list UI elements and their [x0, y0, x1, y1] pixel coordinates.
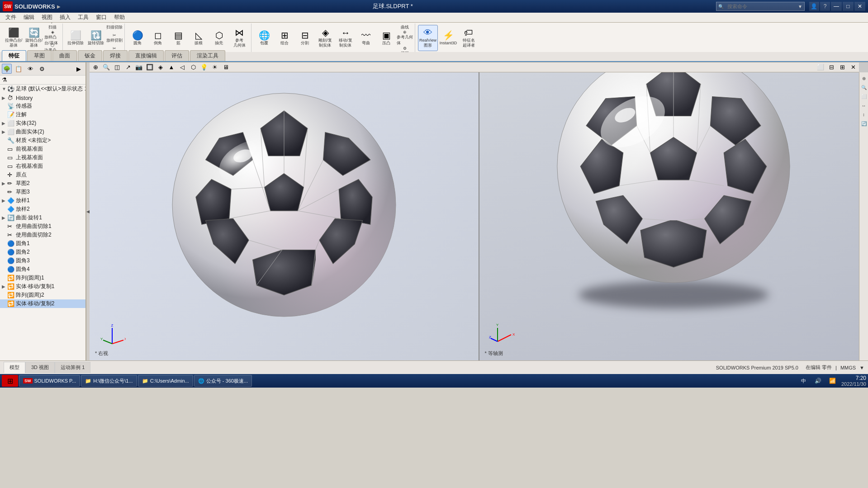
vp-split-v[interactable]: ⊞ [837, 62, 847, 72]
vp-tool-9[interactable]: ◁ [177, 62, 187, 72]
vp-tool-12[interactable]: ☀ [210, 62, 220, 72]
tree-annotation[interactable]: 📝 注解 [0, 110, 85, 119]
vp-tool-6[interactable]: 🔲 [145, 62, 155, 72]
menu-window[interactable]: 窗口 [92, 13, 110, 22]
tab-surface[interactable]: 曲面 [52, 50, 77, 61]
vp-tool-11[interactable]: 💡 [199, 62, 209, 72]
vp-close[interactable]: ✕ [848, 62, 858, 72]
status-tab-3d[interactable]: 3D 视图 [25, 362, 55, 373]
vp-tool-1[interactable]: ⊕ [90, 62, 100, 72]
tool-feature-name[interactable]: 🏷 特征名超译者 [459, 25, 479, 51]
tool-chamfer[interactable]: ◻ 倒角 [148, 25, 168, 51]
vp-tool-5[interactable]: 📷 [134, 62, 144, 72]
vp-tool-13[interactable]: 🖥 [221, 62, 231, 72]
close-btn[interactable]: ✕ [854, 2, 865, 11]
user-icon-btn[interactable]: 👤 [809, 2, 819, 11]
tool-fastener[interactable]: ⚙ 紧固 [397, 45, 413, 52]
tool-curve[interactable]: 〰 弯曲 [356, 25, 376, 51]
taskbar-folder1-btn[interactable]: 📁 H:\微信公众号\1... [81, 375, 137, 387]
tab-sheetmetal[interactable]: 钣金 [78, 50, 102, 61]
tool-shell[interactable]: ⬡ 抽壳 [209, 25, 229, 51]
start-button[interactable]: ⊞ [2, 375, 18, 387]
tree-fillet4[interactable]: 🔵 圆角4 [0, 265, 85, 274]
menu-edit[interactable]: 编辑 [20, 13, 38, 22]
tree-move-copy1[interactable]: ▶ 🔁 实体·移动/复制1 [0, 282, 85, 291]
taskbar-browser-btn[interactable]: 🌐 公众号 - 360极速... [194, 375, 252, 387]
vp-tool-7[interactable]: ◈ [156, 62, 166, 72]
tree-move-copy2[interactable]: 🔁 实体·移动/复制2 [0, 299, 85, 308]
tree-circular-pattern1[interactable]: 🔁 阵列(圆周)1 [0, 274, 85, 282]
rt-btn-1[interactable]: ⊕ [860, 74, 868, 82]
tab-sketch[interactable]: 草图 [27, 50, 52, 61]
maximize-btn[interactable]: □ [843, 2, 854, 11]
tool-revolve[interactable]: 🔄 旋转凸台/基体 [24, 25, 44, 51]
viewport-right[interactable]: X Y Z * 等轴测 [479, 72, 868, 360]
panel-config-btn[interactable]: ⚙ [37, 64, 47, 74]
taskbar-folder2-btn[interactable]: 📁 C:\Users\Admin... [138, 375, 193, 387]
vp-tool-2[interactable]: 🔍 [101, 62, 111, 72]
tool-wrap[interactable]: 🌐 包覆 [254, 25, 274, 51]
menu-insert[interactable]: 插入 [56, 13, 74, 22]
tree-top-plane[interactable]: ▭ 上视基准面 [0, 153, 85, 162]
tool-loft-cut[interactable]: ✂ 放样切割 [106, 32, 123, 44]
tree-sketch2[interactable]: ▶ ✏ 草图2 [0, 179, 85, 188]
rt-btn-6[interactable]: 🔄 [860, 119, 868, 128]
tree-surface-cut1[interactable]: ✂ 使用曲面切除1 [0, 222, 85, 231]
vp-tool-10[interactable]: ⬡ [188, 62, 198, 72]
menu-help[interactable]: 帮助 [110, 13, 128, 22]
vp-tool-4[interactable]: ↗ [123, 62, 133, 72]
vp-tool-8[interactable]: ▲ [166, 62, 176, 72]
tool-realview[interactable]: 👁 RealView图形 [418, 25, 438, 51]
tool-draft[interactable]: ◺ 拔模 [189, 25, 209, 51]
tree-sensor[interactable]: 📡 传感器 [0, 102, 85, 110]
panel-expand-btn[interactable]: ▶ [74, 64, 84, 74]
tool-rib[interactable]: ▤ 筋 [168, 25, 188, 51]
tree-fillet2[interactable]: 🔵 圆角2 [0, 248, 85, 256]
tool-flex[interactable]: ▣ 压凸 [376, 25, 396, 51]
status-tab-motion[interactable]: 运动算例 1 [55, 362, 90, 373]
tree-loft2[interactable]: 🔷 放样2 [0, 205, 85, 213]
rt-btn-2[interactable]: 🔍 [860, 83, 868, 91]
tree-material[interactable]: 🔧 材质 <未指定> [0, 136, 85, 145]
panel-collapse-btn[interactable]: ◀ [86, 62, 90, 360]
tool-split[interactable]: ⊟ 分割 [295, 25, 315, 51]
taskbar-sw-btn[interactable]: SW SOLIDWORKS P... [19, 375, 80, 387]
tool-move-copy[interactable]: ↔ 移动/复制实体 [336, 25, 356, 51]
tree-fillet3[interactable]: 🔵 圆角3 [0, 256, 85, 265]
tree-right-plane[interactable]: ▭ 右视基准面 [0, 162, 85, 171]
tool-deform[interactable]: ◈ 雕刻/复制实体 [315, 25, 335, 51]
tree-loft1[interactable]: ▶ 🔷 放样1 [0, 196, 85, 205]
status-tab-model[interactable]: 模型 [4, 362, 25, 373]
tab-direct-edit[interactable]: 直接编辑 [128, 50, 164, 61]
tree-fillet1[interactable]: 🔵 圆角1 [0, 239, 85, 248]
tool-fillet[interactable]: 🔵 圆角 [128, 25, 147, 51]
tree-sketch3[interactable]: ✏ 草图3 [0, 188, 85, 196]
tool-extrude-cut[interactable]: ⬜ 拉伸切除 [66, 25, 85, 51]
tree-history[interactable]: ▶ ⏱ History [0, 94, 85, 102]
rt-btn-4[interactable]: ↔ [860, 101, 868, 109]
rt-btn-3[interactable]: ⬜ [860, 92, 868, 100]
tab-evaluate[interactable]: 评估 [165, 50, 189, 61]
tree-front-plane[interactable]: ▭ 前视基准面 [0, 145, 85, 153]
tool-intersect[interactable]: ⋈ 参考几何体 [229, 25, 249, 51]
tree-origin[interactable]: ✛ 原点 [0, 171, 85, 179]
panel-feature-tree-btn[interactable]: 🌳 [2, 64, 12, 74]
tree-solid-bodies[interactable]: ▶ ⬜ 实体(32) [0, 119, 85, 128]
tab-render[interactable]: 渲染工具 [190, 50, 225, 61]
menu-view[interactable]: 视图 [38, 13, 56, 22]
taskbar-lang-btn[interactable]: 中 [798, 375, 810, 387]
search-input[interactable] [725, 3, 797, 10]
taskbar-network-btn[interactable]: 📶 [827, 375, 839, 387]
tree-surface-cut2[interactable]: ✂ 使用曲面切除2 [0, 231, 85, 239]
tool-combine[interactable]: ⊞ 组合 [275, 25, 294, 51]
taskbar-clock[interactable]: 7:20 2022/11/30 [841, 375, 866, 387]
menu-tools[interactable]: 工具 [74, 13, 92, 22]
rt-btn-5[interactable]: ↕ [860, 110, 868, 118]
tab-feature[interactable]: 特征 [2, 50, 26, 61]
tree-surface-revolve[interactable]: ▶ 🔄 曲面·旋转1 [0, 213, 85, 222]
tree-circular-pattern2[interactable]: 🔁 阵列(圆周)2 [0, 291, 85, 299]
vp-split-h[interactable]: ⊟ [826, 62, 836, 72]
vp-maximize[interactable]: ⬜ [816, 62, 825, 72]
menu-file[interactable]: 文件 [2, 13, 20, 22]
vp-tool-3[interactable]: ◫ [112, 62, 122, 72]
